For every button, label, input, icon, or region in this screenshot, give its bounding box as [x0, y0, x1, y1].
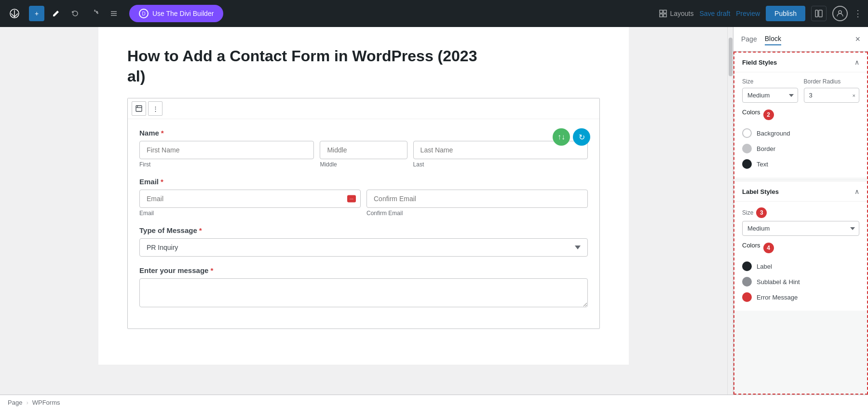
edit-button[interactable] — [48, 6, 64, 21]
layouts-button[interactable]: Layouts — [659, 10, 693, 17]
right-panel: Page Block × Field Styles ∧ Size SmallMe… — [733, 27, 868, 395]
type-required: * — [199, 226, 202, 234]
confirm-email-field: Confirm Email — [366, 190, 588, 217]
middle-name-input[interactable] — [320, 141, 407, 159]
tab-block[interactable]: Block — [765, 33, 781, 45]
breadcrumb-wpforms[interactable]: WPForms — [32, 399, 60, 406]
label-swatch — [742, 261, 752, 271]
size-col: Size SmallMediumLarge — [742, 78, 798, 103]
email-label: Email * — [139, 178, 588, 186]
svg-rect-5 — [664, 10, 666, 13]
email-field: ··· Email — [139, 190, 361, 217]
middle-sublabel: Middle — [320, 161, 407, 168]
svg-point-10 — [839, 11, 841, 14]
email-required: * — [161, 178, 163, 186]
email-dots-icon[interactable]: ··· — [347, 195, 356, 203]
label-styles-body: Size 3 SmallMediumLarge Colors 4 Label — [734, 202, 867, 311]
label-color-item[interactable]: Label — [742, 259, 859, 274]
add-block-button[interactable]: + — [29, 6, 44, 21]
editor-scrollbar[interactable] — [727, 27, 733, 395]
message-required: * — [210, 266, 213, 274]
name-fields-row: First Middle Last — [139, 141, 588, 168]
svg-rect-7 — [664, 14, 666, 17]
last-sublabel: Last — [413, 161, 588, 168]
background-label: Background — [757, 130, 790, 137]
save-draft-button[interactable]: Save draft — [699, 10, 730, 17]
editor-area: How to Add a Contact Form in WordPress (… — [0, 27, 727, 395]
badge-2: 2 — [763, 109, 774, 120]
email-input-wrap: ··· — [139, 190, 361, 208]
text-swatch — [742, 159, 752, 169]
email-sublabel: Email — [139, 210, 361, 217]
list-view-button[interactable] — [106, 6, 122, 21]
size-select[interactable]: SmallMediumLarge — [742, 88, 798, 103]
form-refresh-icons: ↑↓ ↻ — [553, 128, 590, 146]
badge-3: 3 — [756, 207, 767, 218]
undo-button[interactable] — [68, 6, 83, 21]
panel-close-button[interactable]: × — [855, 34, 860, 44]
error-swatch — [742, 292, 752, 302]
label-color-label: Label — [757, 263, 772, 270]
sublabel-swatch — [742, 277, 752, 287]
name-required: * — [161, 129, 164, 137]
form-more-button[interactable]: ⋮ — [148, 101, 163, 116]
field-styles-section: Field Styles ∧ Size SmallMediumLarge Bor… — [734, 53, 867, 178]
border-radius-label: Border Radius — [804, 78, 860, 85]
confirm-email-input[interactable] — [366, 190, 588, 208]
error-color-item[interactable]: Error Message — [742, 289, 859, 305]
border-radius-unit: × — [853, 93, 855, 98]
message-textarea[interactable] — [139, 278, 588, 307]
name-field-group: Name * First Middle — [139, 129, 588, 168]
message-type-label: Type of Message * — [139, 226, 588, 234]
border-label: Border — [757, 145, 775, 152]
border-swatch — [742, 144, 752, 153]
label-size-select[interactable]: SmallMediumLarge — [742, 221, 859, 236]
field-styles-toggle-icon: ∧ — [854, 58, 859, 66]
email-input[interactable] — [139, 190, 361, 208]
page-title: How to Add a Contact Form in WordPress (… — [127, 46, 600, 86]
middle-name-field: Middle — [320, 141, 407, 168]
field-styles-header[interactable]: Field Styles ∧ — [734, 53, 867, 72]
text-label: Text — [757, 161, 768, 168]
first-sublabel: First — [139, 161, 314, 168]
redo-button[interactable] — [87, 6, 102, 21]
background-swatch — [742, 128, 752, 138]
more-options-button[interactable]: ⋮ — [854, 8, 862, 19]
sublabel-color-label: Sublabel & Hint — [757, 278, 800, 286]
view-toggle-button[interactable] — [811, 6, 827, 21]
wp-logo-icon[interactable] — [6, 5, 23, 22]
message-type-select[interactable]: PR Inquiry — [139, 238, 588, 257]
label-styles-section: Label Styles ∧ Size 3 SmallMediumLarge C… — [734, 182, 867, 311]
preview-button[interactable]: Preview — [736, 10, 760, 17]
form-icon-button[interactable] — [132, 101, 146, 116]
refresh-green-icon[interactable]: ↑↓ — [553, 128, 570, 146]
label-size-label: Size — [742, 209, 753, 216]
account-button[interactable] — [832, 6, 848, 21]
text-color-item[interactable]: Text — [742, 156, 859, 172]
error-color-label: Error Message — [757, 294, 798, 301]
border-radius-input[interactable] — [804, 88, 860, 103]
svg-rect-6 — [660, 14, 663, 17]
label-styles-header[interactable]: Label Styles ∧ — [734, 182, 867, 202]
field-styles-title: Field Styles — [742, 59, 777, 66]
badge-4: 4 — [763, 243, 774, 253]
refresh-teal-icon[interactable]: ↻ — [573, 128, 590, 146]
panel-header: Page Block × — [733, 27, 868, 52]
sublabel-color-item[interactable]: Sublabel & Hint — [742, 274, 859, 289]
main-area: How to Add a Contact Form in WordPress (… — [0, 27, 868, 395]
form-block-toolbar: ⋮ — [128, 98, 599, 119]
message-type-field-group: Type of Message * PR Inquiry — [139, 226, 588, 257]
message-field-group: Enter your message * — [139, 266, 588, 309]
confirm-email-sublabel: Confirm Email — [366, 210, 588, 217]
svg-rect-8 — [815, 10, 818, 17]
breadcrumb-separator: › — [26, 399, 28, 406]
border-color-item[interactable]: Border — [742, 141, 859, 156]
publish-button[interactable]: Publish — [766, 6, 805, 21]
use-divi-builder-button[interactable]: D Use The Divi Builder — [129, 5, 223, 22]
breadcrumb-page[interactable]: Page — [8, 399, 22, 406]
background-color-item[interactable]: Background — [742, 125, 859, 141]
form-content: Name * First Middle — [128, 119, 599, 328]
first-name-input[interactable] — [139, 141, 314, 159]
border-radius-wrap: × — [804, 88, 860, 103]
tab-page[interactable]: Page — [741, 33, 757, 45]
